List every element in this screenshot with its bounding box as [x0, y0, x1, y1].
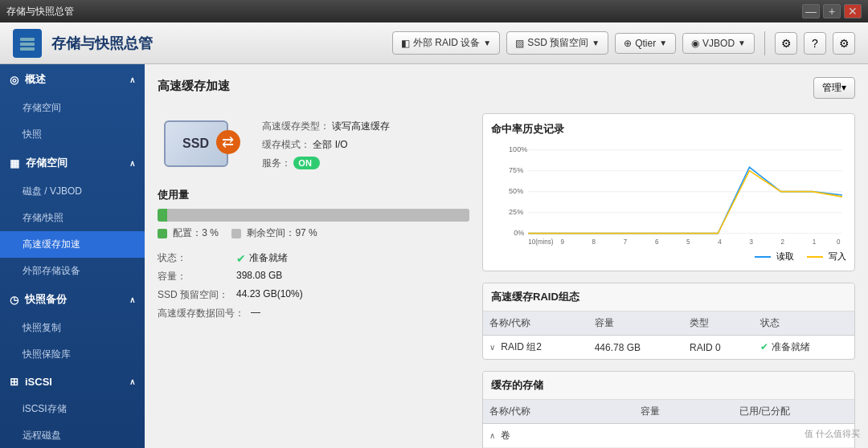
sidebar-item-iscsi-storage[interactable]: iSCSI存储 [0, 396, 145, 422]
free-dot [231, 229, 241, 238]
sidebar-item-storage-snapshot[interactable]: 存储/快照 [0, 205, 145, 231]
header-nav: ◧ 外部 RAID 设备 ▼ ▨ SSD 预留空间 ▼ ⊕ Qtier ▼ ◉ … [392, 31, 855, 55]
sidebar-storage-label: 存储空间 [26, 156, 68, 170]
sidebar-section-header-iscsi[interactable]: ⊞ iSCSI ∧ [0, 368, 145, 396]
sidebar-item-snapshot-copy[interactable]: 快照复制 [0, 315, 145, 341]
ssd-reserve-value: 44.23 GB(10%) [236, 288, 303, 299]
content-area: 高速缓存加速 管理▾ SSD ⇄ [145, 64, 868, 448]
read-label: 读取 [776, 251, 794, 261]
usage-legend: 配置：3 % 剩余空间：97 % [158, 226, 469, 240]
cache-arrow-icon: ⇄ [216, 130, 240, 154]
chart-section: 命中率历史记录 100% 75% 50% 25% 0% [482, 113, 855, 271]
raid-col-name: 各称/代称 [483, 312, 588, 336]
sidebar-section-storage: ▦ 存储空间 ∧ 磁盘 / VJBOD 存储/快照 高速缓存加速 外部存储设备 [0, 148, 145, 284]
ssd-label: SSD [182, 136, 209, 151]
group-text: 卷 [501, 430, 510, 441]
cache-type-value: 读写高速缓存 [332, 120, 390, 132]
sidebar-item-snapshot[interactable]: 快照 [0, 121, 145, 148]
storage-col-used: 已用/已分配 [733, 400, 854, 424]
qtier-button[interactable]: ⊕ Qtier ▼ [615, 33, 676, 54]
cache-mode-value: 全部 I/O [313, 139, 347, 150]
close-button[interactable]: ✕ [844, 4, 862, 18]
svg-rect-1 [20, 43, 35, 46]
svg-text:5: 5 [686, 237, 690, 245]
used-label: 配置：3 % [173, 227, 219, 238]
sidebar-section-iscsi: ⊞ iSCSI ∧ iSCSI存储 远程磁盘 LUN 导入/导出 [0, 368, 145, 448]
svg-rect-0 [20, 38, 35, 41]
svg-text:2: 2 [781, 237, 785, 245]
manage-button[interactable]: 管理▾ [813, 77, 855, 99]
cache-service-label: 服务： [262, 157, 291, 169]
ssd-reserve-button[interactable]: ▨ SSD 预留空间 ▼ [506, 31, 608, 55]
storage-table: 各称/代称 容量 已用/已分配 ∧ 卷 [483, 400, 854, 448]
state-text: 准备就绪 [249, 251, 288, 265]
vjbod-button[interactable]: ◉ VJBOD ▼ [682, 33, 755, 54]
expand-icon[interactable]: ∨ [489, 343, 495, 352]
check-icon: ✔ [236, 252, 246, 265]
svg-text:3: 3 [749, 237, 753, 245]
write-line [807, 256, 823, 258]
raid-table-title: 高速缓存RAID组态 [483, 283, 854, 312]
vjbod-icon: ◉ [691, 38, 699, 49]
recovery-value: — [251, 307, 260, 318]
svg-text:1: 1 [813, 237, 817, 245]
raid-name: ∨ RAID 组2 [483, 336, 588, 360]
sidebar-iscsi-label: iSCSI [25, 376, 52, 388]
table-row: ∧ 卷 [483, 424, 854, 448]
svg-text:6: 6 [655, 237, 659, 245]
cache-icon-area: SSD ⇄ [158, 113, 246, 175]
sidebar-section-header-snapshot[interactable]: ◷ 快照备份 ∧ [0, 284, 145, 315]
header: 存储与快照总管 ◧ 外部 RAID 设备 ▼ ▨ SSD 预留空间 ▼ ⊕ Qt… [0, 22, 868, 64]
state-label: 状态： [158, 251, 230, 265]
settings-icon[interactable]: ⚙ [775, 32, 797, 55]
svg-text:25%: 25% [509, 207, 524, 216]
used-legend: 配置：3 % [158, 226, 219, 240]
sidebar-section-header-storage[interactable]: ▦ 存储空间 ∧ [0, 148, 145, 178]
recovery-label: 高速缓存数据回号： [158, 307, 244, 320]
top-content-area: SSD ⇄ 高速缓存类型： 读写高速缓存 缓存模式： 全部 I/O [158, 113, 855, 448]
external-raid-button[interactable]: ◧ 外部 RAID 设备 ▼ [392, 31, 500, 55]
raid-table: 各称/代称 容量 类型 状态 ∨ RAID 组2 [483, 312, 854, 359]
legend-read: 读取 [755, 250, 794, 263]
raid-type: RAID 0 [683, 336, 754, 360]
help-icon[interactable]: ? [804, 32, 826, 55]
cache-info: 高速缓存类型： 读写高速缓存 缓存模式： 全部 I/O 服务： ON [262, 113, 469, 175]
titlebar-controls: — + ✕ [802, 4, 862, 18]
sidebar-item-external-storage[interactable]: 外部存储设备 [0, 258, 145, 284]
app-logo [13, 29, 42, 58]
maximize-button[interactable]: + [823, 4, 841, 18]
legend-write: 写入 [807, 250, 846, 263]
raid-status-text: 准备就绪 [772, 341, 810, 352]
storage-table-section: 缓存的存储 各称/代称 容量 已用/已分配 [482, 371, 855, 448]
sidebar-item-cache[interactable]: 高速缓存加速 [0, 231, 145, 258]
sidebar-item-storage-space[interactable]: 存储空间 [0, 95, 145, 121]
app-title: 存储与快照总管 [51, 34, 153, 53]
main-layout: ◎ 概述 ∧ 存储空间 快照 ▦ 存储空间 ∧ 磁盘 / VJBOD 存储/快照… [0, 64, 868, 448]
storage-table-title: 缓存的存储 [483, 372, 854, 400]
expand-icon[interactable]: ∧ [489, 431, 495, 440]
dropdown-arrow: ▼ [592, 39, 600, 47]
minimize-button[interactable]: — [802, 4, 820, 18]
titlebar-app-name: 存储与快照总管 [6, 5, 74, 18]
usage-section: 使用量 配置：3 % 剩余空间：97 % [158, 188, 469, 240]
sidebar-section-header-overview[interactable]: ◎ 概述 ∧ [0, 64, 145, 95]
sidebar-item-snapshot-vault[interactable]: 快照保险库 [0, 341, 145, 368]
sidebar-item-remote-disk[interactable]: 远程磁盘 [0, 422, 145, 448]
service-toggle[interactable]: ON [293, 157, 320, 169]
iscsi-section-icon: ⊞ [10, 376, 18, 388]
read-line [755, 256, 771, 258]
cache-service-row: 服务： ON [262, 157, 469, 170]
sidebar-item-disk-vjbod[interactable]: 磁盘 / VJBOD [0, 178, 145, 205]
svg-text:0%: 0% [514, 228, 525, 237]
chart-svg: 100% 75% 50% 25% 0% 10(mi [491, 143, 846, 247]
qtier-icon: ⊕ [624, 38, 632, 49]
gear-icon[interactable]: ⚙ [833, 32, 855, 55]
sidebar: ◎ 概述 ∧ 存储空间 快照 ▦ 存储空间 ∧ 磁盘 / VJBOD 存储/快照… [0, 64, 145, 448]
free-label: 剩余空间：97 % [247, 227, 317, 238]
write-label: 写入 [829, 251, 846, 261]
sidebar-section-snapshot-backup: ◷ 快照备份 ∧ 快照复制 快照保险库 [0, 284, 145, 368]
state-value: ✔ 准备就绪 [236, 251, 288, 265]
sidebar-overview-label: 概述 [25, 72, 46, 87]
sidebar-snapshot-label: 快照备份 [25, 292, 67, 307]
chevron-icon: ∧ [129, 295, 135, 304]
